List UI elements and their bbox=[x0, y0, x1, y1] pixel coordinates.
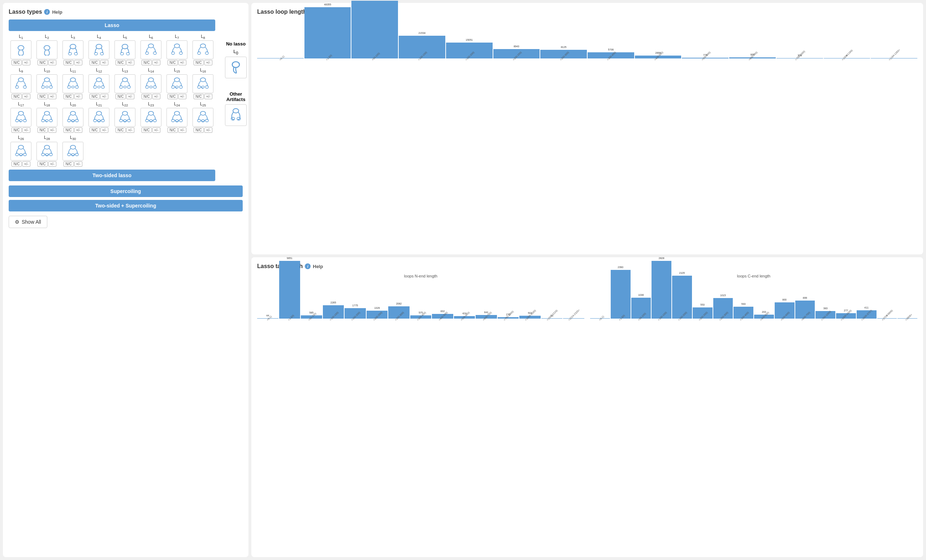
lasso-icon-box[interactable] bbox=[115, 108, 135, 127]
lasso-icon-box[interactable] bbox=[88, 108, 109, 127]
nc-button[interactable]: N/C bbox=[116, 127, 125, 133]
lasso-icon-box[interactable] bbox=[36, 74, 57, 93]
nc-button[interactable]: N/C bbox=[89, 127, 99, 133]
lasso-icon-box[interactable] bbox=[166, 74, 188, 93]
lasso-icon-box[interactable] bbox=[62, 74, 83, 93]
bar-wrapper: 553<200-250) bbox=[693, 308, 713, 337]
lasso-icon-box[interactable] bbox=[62, 41, 83, 59]
pm-button[interactable]: +/- bbox=[100, 60, 108, 65]
lasso-icon-box[interactable] bbox=[62, 108, 83, 127]
nc-button[interactable]: N/C bbox=[168, 60, 177, 65]
no-lasso-section: No lasso L0 bbox=[219, 41, 252, 78]
lasso-icon-box[interactable] bbox=[36, 108, 57, 127]
c-end-chart-container: loops C-end length <0-1)2390<1-50)1036<5… bbox=[590, 274, 917, 359]
lasso-icon-box[interactable] bbox=[141, 108, 162, 127]
nc-button[interactable]: N/C bbox=[89, 94, 99, 99]
nc-button[interactable]: N/C bbox=[116, 60, 125, 65]
svg-point-2 bbox=[70, 44, 76, 49]
pm-button[interactable]: +/- bbox=[204, 60, 212, 65]
lasso-icon-box[interactable] bbox=[62, 142, 83, 161]
pm-button[interactable]: +/- bbox=[153, 94, 160, 99]
pm-button[interactable]: +/- bbox=[153, 127, 160, 133]
nc-button[interactable]: N/C bbox=[12, 127, 21, 133]
pm-button[interactable]: +/- bbox=[23, 94, 30, 99]
nc-button[interactable]: N/C bbox=[89, 60, 99, 65]
lasso-icon-box[interactable] bbox=[36, 41, 57, 59]
lasso-icon-box[interactable] bbox=[11, 41, 32, 59]
lasso-icon-box[interactable] bbox=[141, 74, 162, 93]
pm-button[interactable]: +/- bbox=[153, 60, 160, 65]
pm-button[interactable]: +/- bbox=[48, 161, 56, 167]
nc-button[interactable]: N/C bbox=[64, 127, 73, 133]
lasso-icon-box[interactable] bbox=[36, 142, 57, 161]
nc-button[interactable]: N/C bbox=[142, 127, 151, 133]
lasso-icon-box[interactable] bbox=[11, 74, 32, 93]
pm-button[interactable]: +/- bbox=[179, 94, 186, 99]
pm-button[interactable]: +/- bbox=[126, 94, 134, 99]
pm-button[interactable]: +/- bbox=[23, 60, 30, 65]
lasso-button[interactable]: Lasso bbox=[9, 20, 215, 31]
pm-button[interactable]: +/- bbox=[74, 127, 82, 133]
pm-button[interactable]: +/- bbox=[204, 94, 212, 99]
svg-point-45 bbox=[179, 86, 182, 88]
pm-button[interactable]: +/- bbox=[74, 161, 82, 167]
bar-wrapper: 832<400-500) bbox=[432, 314, 453, 338]
two-sided-super-button[interactable]: Two-sided + Supercoiling bbox=[9, 200, 243, 211]
svg-point-18 bbox=[198, 52, 201, 54]
lasso-icon-box[interactable] bbox=[88, 74, 109, 93]
lasso-icon-box[interactable] bbox=[192, 41, 213, 59]
lasso-icon-box[interactable] bbox=[141, 41, 162, 59]
tail-length-help-icon[interactable]: i bbox=[305, 263, 310, 269]
nc-button[interactable]: N/C bbox=[12, 60, 21, 65]
supercoiling-button[interactable]: Supercoiling bbox=[9, 186, 243, 197]
nc-button[interactable]: N/C bbox=[168, 94, 177, 99]
pm-button[interactable]: +/- bbox=[126, 127, 134, 133]
lasso-icon-box[interactable] bbox=[88, 41, 109, 59]
pm-button[interactable]: +/- bbox=[48, 60, 56, 65]
lasso-icon-box[interactable] bbox=[115, 74, 135, 93]
pm-button[interactable]: +/- bbox=[179, 60, 186, 65]
lasso-icon-box[interactable] bbox=[192, 108, 213, 127]
lasso-row: L1N/C+/-L2N/C+/-L3N/C+/-L4N/C+/-L5N/C+/-… bbox=[9, 34, 215, 65]
nc-button[interactable]: N/C bbox=[38, 127, 47, 133]
nc-button[interactable]: N/C bbox=[38, 94, 47, 99]
lasso-controls: N/C+/- bbox=[142, 94, 160, 99]
svg-point-74 bbox=[150, 120, 152, 122]
nc-button[interactable]: N/C bbox=[64, 94, 73, 99]
pm-button[interactable]: +/- bbox=[23, 127, 30, 133]
pm-button[interactable]: +/- bbox=[48, 94, 56, 99]
nc-button[interactable]: N/C bbox=[64, 60, 73, 65]
svg-point-27 bbox=[70, 78, 76, 82]
nc-button[interactable]: N/C bbox=[12, 94, 21, 99]
pm-button[interactable]: +/- bbox=[48, 127, 56, 133]
nc-button[interactable]: N/C bbox=[12, 161, 21, 167]
nc-button[interactable]: N/C bbox=[194, 60, 203, 65]
lasso-icon-box[interactable] bbox=[166, 41, 188, 59]
pm-button[interactable]: +/- bbox=[179, 127, 186, 133]
lasso-icon-box[interactable] bbox=[192, 74, 213, 93]
pm-button[interactable]: +/- bbox=[126, 60, 134, 65]
nc-button[interactable]: N/C bbox=[64, 161, 73, 167]
pm-button[interactable]: +/- bbox=[204, 127, 212, 133]
pm-button[interactable]: +/- bbox=[23, 161, 30, 167]
nc-button[interactable]: N/C bbox=[142, 60, 151, 65]
nc-button[interactable]: N/C bbox=[168, 127, 177, 133]
lasso-icon-box[interactable] bbox=[166, 108, 188, 127]
pm-button[interactable]: +/- bbox=[100, 94, 108, 99]
pm-button[interactable]: +/- bbox=[74, 60, 82, 65]
nc-button[interactable]: N/C bbox=[38, 161, 47, 167]
show-all-button[interactable]: ⚙ Show All bbox=[9, 216, 47, 228]
svg-point-29 bbox=[75, 86, 79, 88]
pm-button[interactable]: +/- bbox=[100, 127, 108, 133]
nc-button[interactable]: N/C bbox=[38, 60, 47, 65]
nc-button[interactable]: N/C bbox=[116, 94, 125, 99]
pm-button[interactable]: +/- bbox=[74, 94, 82, 99]
nc-button[interactable]: N/C bbox=[142, 94, 151, 99]
lasso-types-help-icon[interactable]: i bbox=[44, 9, 50, 15]
lasso-icon-box[interactable] bbox=[11, 142, 32, 161]
lasso-icon-box[interactable] bbox=[115, 41, 135, 59]
nc-button[interactable]: N/C bbox=[194, 94, 203, 99]
nc-button[interactable]: N/C bbox=[194, 127, 203, 133]
lasso-icon-box[interactable] bbox=[11, 108, 32, 127]
two-sided-lasso-button[interactable]: Two-sided lasso bbox=[9, 170, 215, 181]
